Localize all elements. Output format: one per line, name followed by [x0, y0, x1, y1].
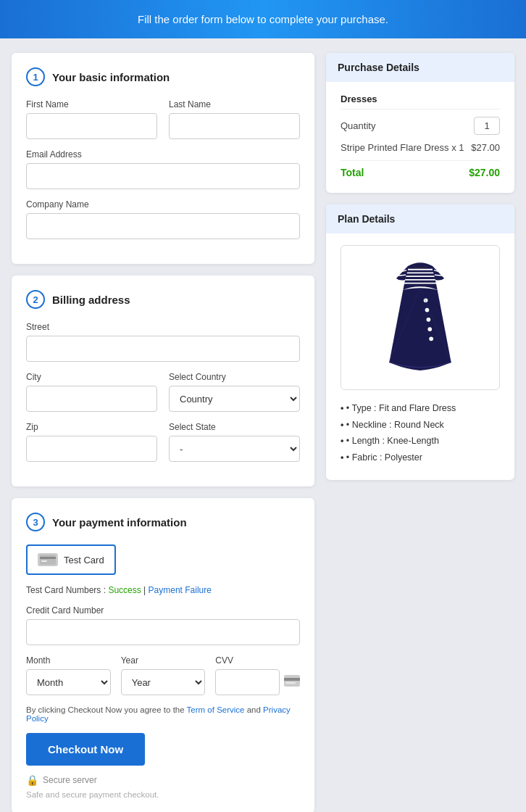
state-label: Select State: [169, 422, 300, 432]
cc-number-label: Credit Card Number: [26, 605, 300, 616]
first-name-group: First Name: [26, 99, 157, 139]
month-label: Month: [26, 655, 111, 666]
city-group: City: [26, 372, 157, 412]
quantity-row: Quantity 1: [341, 117, 500, 135]
basic-info-section: 1 Your basic information First Name Last…: [12, 53, 314, 264]
email-input[interactable]: [26, 163, 300, 189]
first-name-label: First Name: [26, 99, 157, 109]
svg-rect-0: [40, 555, 56, 565]
secure-label: Secure server: [43, 775, 97, 785]
email-group: Email Address: [26, 149, 300, 189]
safe-text: Safe and secure payment checkout.: [26, 790, 300, 799]
quantity-value: 1: [474, 117, 500, 135]
cc-number-group: Credit Card Number: [26, 605, 300, 645]
terms-link[interactable]: Term of Service: [187, 705, 245, 714]
country-label: Select Country: [169, 372, 300, 382]
last-name-label: Last Name: [169, 99, 300, 109]
terms-text: By clicking Checkout Now you agree to th…: [26, 705, 300, 723]
month-select[interactable]: Month 010203 040506 070809 101112: [26, 669, 111, 695]
zip-label: Zip: [26, 422, 157, 432]
cvv-wrapper: [215, 669, 300, 695]
total-label: Total: [341, 167, 364, 178]
svg-rect-2: [41, 560, 47, 562]
step-2-circle: 2: [26, 290, 45, 309]
item-price: $27.00: [471, 142, 500, 153]
cvv-group: CVV: [215, 655, 300, 695]
company-input[interactable]: [26, 213, 300, 239]
svg-rect-5: [285, 682, 296, 684]
cvv-card-icon: [284, 675, 300, 689]
secure-row: 🔒 Secure server: [26, 774, 300, 786]
zip-group: Zip: [26, 422, 157, 462]
email-label: Email Address: [26, 149, 300, 160]
header-text: Fill the order form below to complete yo…: [138, 13, 388, 25]
header-banner: Fill the order form below to complete yo…: [0, 0, 526, 38]
last-name-input[interactable]: [169, 113, 300, 139]
city-label: City: [26, 372, 157, 382]
billing-title: 2 Billing address: [26, 290, 300, 309]
cc-number-input[interactable]: [26, 619, 300, 645]
payment-title: 3 Your payment information: [26, 513, 300, 531]
company-label: Company Name: [26, 199, 300, 210]
payment-section: 3 Your payment information Test Card Tes…: [12, 498, 314, 812]
lock-icon: 🔒: [26, 774, 38, 786]
country-group: Select Country Country: [169, 372, 300, 412]
checkout-button[interactable]: Checkout Now: [26, 733, 145, 766]
company-group: Company Name: [26, 199, 300, 239]
quantity-label: Quantity: [341, 120, 375, 131]
plan-details-list: • Type : Fit and Flare Dress • Neckline …: [341, 400, 500, 465]
test-card-success-link[interactable]: Success: [108, 585, 141, 595]
step-1-circle: 1: [26, 67, 45, 86]
step-3-circle: 3: [26, 513, 45, 531]
svg-point-18: [427, 327, 432, 331]
item-price-row: Stripe Printed Flare Dress x 1 $27.00: [341, 142, 500, 153]
plan-details-header: Plan Details: [326, 204, 514, 233]
cvv-label: CVV: [215, 655, 300, 666]
cvv-input[interactable]: [215, 669, 280, 695]
year-label: Year: [121, 655, 206, 666]
purchase-details-header: Purchase Details: [326, 53, 514, 82]
card-button-label: Test Card: [64, 555, 104, 566]
dress-image: [341, 245, 500, 390]
svg-rect-4: [284, 678, 300, 681]
purchase-section-label: Dresses: [341, 94, 500, 109]
svg-line-12: [397, 275, 406, 276]
street-input[interactable]: [26, 336, 300, 362]
state-group: Select State -: [169, 422, 300, 462]
svg-point-17: [427, 318, 431, 322]
test-card-numbers: Test Card Numbers : Success | Payment Fa…: [26, 585, 300, 595]
month-group: Month Month 010203 040506 070809 101112: [26, 655, 111, 695]
item-label: Stripe Printed Flare Dress x 1: [341, 142, 464, 153]
plan-attribute-0: • Type : Fit and Flare Dress: [341, 400, 500, 417]
year-select[interactable]: Year 202420252026 202720282029: [121, 669, 206, 695]
svg-line-14: [435, 275, 443, 276]
card-icon: [38, 553, 58, 566]
year-group: Year Year 202420252026 202720282029: [121, 655, 206, 695]
state-select[interactable]: -: [169, 436, 300, 462]
total-value: $27.00: [469, 167, 500, 178]
first-name-input[interactable]: [26, 113, 157, 139]
test-card-failure-link[interactable]: Payment Failure: [149, 585, 212, 595]
plan-attribute-1: • Neckline : Round Neck: [341, 417, 500, 434]
plan-details-card: Plan Details: [326, 204, 514, 480]
plan-attribute-2: • Length : Knee-Length: [341, 433, 500, 450]
svg-rect-1: [40, 557, 56, 559]
purchase-details-card: Purchase Details Dresses Quantity 1 Stri…: [326, 53, 514, 193]
street-group: Street: [26, 322, 300, 362]
basic-info-title: 1 Your basic information: [26, 67, 300, 86]
zip-input[interactable]: [26, 436, 157, 462]
plan-attribute-3: • Fabric : Polyester: [341, 450, 500, 466]
card-button[interactable]: Test Card: [26, 544, 116, 575]
city-input[interactable]: [26, 386, 157, 412]
billing-section: 2 Billing address Street City Select Cou…: [12, 276, 314, 486]
country-select[interactable]: Country: [169, 386, 300, 412]
total-row: Total $27.00: [341, 160, 500, 178]
svg-point-19: [429, 337, 433, 341]
street-label: Street: [26, 322, 300, 332]
last-name-group: Last Name: [169, 99, 300, 139]
